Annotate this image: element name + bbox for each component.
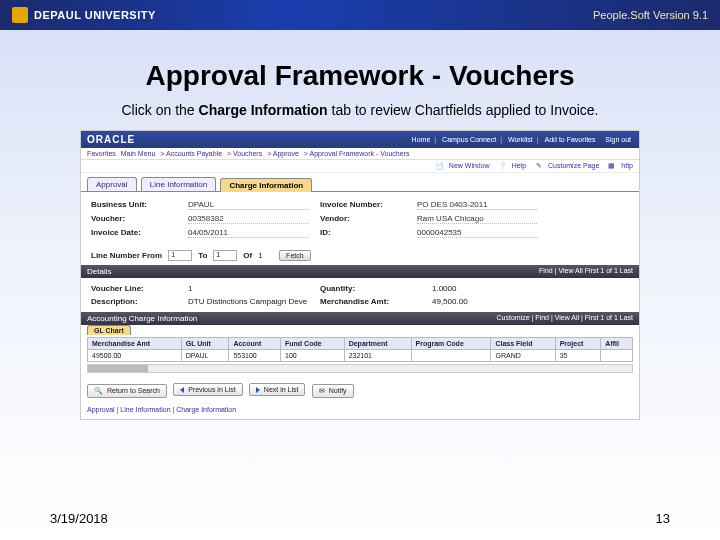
peoplesoft-screenshot: ORACLE Home| Campus Connect| Worklist| A… — [80, 130, 640, 420]
crumb-main[interactable]: Main Menu — [121, 150, 156, 157]
col-merch[interactable]: Merchandise Amt — [88, 338, 182, 350]
col-class[interactable]: Class Field — [491, 338, 555, 350]
crumb-approve[interactable]: Approve — [273, 150, 299, 157]
bu-label: Business Unit: — [91, 200, 176, 210]
next-in-list-button[interactable]: Next in List — [249, 383, 306, 396]
arrow-left-icon — [180, 387, 184, 393]
crumb-fav[interactable]: Favorites — [87, 150, 116, 157]
details-bar: Details Find | View All First 1 of 1 Las… — [81, 265, 639, 278]
invdate-value: 04/05/2011 — [188, 228, 308, 238]
line-number-row: Line Number From 1 To 1 Of 1 Fetch — [81, 246, 639, 265]
invdate-label: Invoice Date: — [91, 228, 176, 238]
desc-value: DTU Distinctions Campaign Deve — [188, 297, 308, 306]
help-icon: ❔ — [498, 162, 506, 170]
instruction-pre: Click on the — [122, 102, 199, 118]
tab-charge-information[interactable]: Charge Information — [220, 178, 312, 192]
link-signout[interactable]: Sign out — [605, 136, 631, 143]
vendor-label: Vendor: — [320, 214, 405, 224]
instruction-post: tab to review Chartfields applied to Inv… — [328, 102, 599, 118]
next-label: Next in List — [264, 386, 299, 393]
desc-label: Description: — [91, 297, 176, 306]
tabrow: Approval Line Information Charge Informa… — [81, 173, 639, 192]
fetch-button[interactable]: Fetch — [279, 250, 311, 261]
return-to-search-button[interactable]: 🔍Return to Search — [87, 384, 167, 398]
col-affil[interactable]: Affil — [601, 338, 633, 350]
previous-in-list-button[interactable]: Previous in List — [173, 383, 242, 396]
id-label: ID: — [320, 228, 405, 238]
qty-label: Quantity: — [320, 284, 420, 293]
slide-instruction: Click on the Charge Information tab to r… — [0, 102, 720, 118]
cell-account: 553100 — [229, 350, 281, 362]
vline-label: Voucher Line: — [91, 284, 176, 293]
oracle-logo: ORACLE — [87, 134, 135, 145]
mamt-label: Merchandise Amt: — [320, 297, 420, 306]
cell-class: GRAND — [491, 350, 555, 362]
lineto-input[interactable]: 1 — [213, 250, 237, 261]
invoice-label: Invoice Number: — [320, 200, 405, 210]
linefrom-label: Line Number From — [91, 251, 162, 260]
slide-footer: 3/19/2018 13 — [0, 511, 720, 526]
link-newwindow[interactable]: New Window — [449, 162, 490, 169]
version-label: People.Soft Version 9.1 — [593, 9, 708, 21]
footer-date: 3/19/2018 — [50, 511, 108, 526]
university-logo: DEPAUL UNIVERSITY — [12, 7, 156, 23]
link-customize[interactable]: Customize Page — [548, 162, 599, 169]
link-fav[interactable]: Add to Favorites — [545, 136, 596, 143]
oracle-toplinks: Home| Campus Connect| Worklist| Add to F… — [410, 136, 633, 143]
col-fund[interactable]: Fund Code — [281, 338, 345, 350]
link-campus[interactable]: Campus Connect — [442, 136, 496, 143]
header-fields: Business Unit: DPAUL Invoice Number: PO … — [81, 192, 639, 246]
details-nav[interactable]: Find | View All First 1 of 1 Last — [539, 267, 633, 276]
acct-bar: Accounting Charge Information Customize … — [81, 312, 639, 325]
instruction-bold: Charge Information — [199, 102, 328, 118]
to-label: To — [198, 251, 207, 260]
acct-nav[interactable]: Customize | Find | View All | First 1 of… — [497, 314, 633, 323]
newwindow-icon: 📄 — [435, 162, 443, 170]
footer-page: 13 — [656, 511, 670, 526]
cell-affil — [601, 350, 633, 362]
oracle-topbar: ORACLE Home| Campus Connect| Worklist| A… — [81, 131, 639, 148]
chartfield-table: Merchandise Amt GL Unit Account Fund Cod… — [87, 337, 633, 362]
prev-label: Previous in List — [188, 386, 235, 393]
link-home[interactable]: Home — [412, 136, 431, 143]
col-program[interactable]: Program Code — [411, 338, 491, 350]
id-value: 0000042535 — [417, 228, 537, 238]
col-account[interactable]: Account — [229, 338, 281, 350]
linefrom-input[interactable]: 1 — [168, 250, 192, 261]
col-dept[interactable]: Department — [344, 338, 411, 350]
crumb-ap[interactable]: Accounts Payable — [166, 150, 222, 157]
col-glunit[interactable]: GL Unit — [181, 338, 229, 350]
slide-title: Approval Framework - Vouchers — [0, 60, 720, 92]
notify-label: Notify — [329, 387, 347, 394]
col-project[interactable]: Project — [555, 338, 601, 350]
return-label: Return to Search — [107, 387, 160, 394]
cell-project: 35 — [555, 350, 601, 362]
link-http[interactable]: http — [621, 162, 633, 169]
customize-icon: ✎ — [534, 162, 542, 170]
button-row: 🔍Return to Search Previous in List Next … — [81, 375, 639, 406]
details-grid: Voucher Line: 1 Quantity: 1.0000 Descrip… — [81, 278, 639, 312]
helpbar: 📄New Window ❔Help ✎Customize Page ▦http — [81, 160, 639, 173]
voucher-label: Voucher: — [91, 214, 176, 224]
subtab-row: GL Chart — [81, 325, 639, 335]
subtab-glchart[interactable]: GL Chart — [87, 325, 131, 335]
acct-title: Accounting Charge Information — [87, 314, 197, 323]
table-row: 49500.00 DPAUL 553100 100 232101 GRAND 3… — [88, 350, 633, 362]
of-value: 1 — [258, 251, 262, 260]
horizontal-scrollbar[interactable] — [87, 364, 633, 373]
link-worklist[interactable]: Worklist — [508, 136, 533, 143]
bottom-links[interactable]: Approval | Line Information | Charge Inf… — [81, 406, 639, 419]
details-title: Details — [87, 267, 111, 276]
invoice-value: PO DES 0403-2011 — [417, 200, 537, 210]
link-help[interactable]: Help — [512, 162, 526, 169]
cell-program — [411, 350, 491, 362]
qty-value: 1.0000 — [432, 284, 532, 293]
notify-button[interactable]: ✉Notify — [312, 384, 354, 398]
shield-icon — [12, 7, 28, 23]
slide-header: DEPAUL UNIVERSITY People.Soft Version 9.… — [0, 0, 720, 30]
tab-approval[interactable]: Approval — [87, 177, 137, 191]
tab-line-information[interactable]: Line Information — [141, 177, 216, 191]
crumb-vouchers[interactable]: Vouchers — [233, 150, 262, 157]
crumb-afv[interactable]: Approval Framework - Vouchers — [309, 150, 409, 157]
mamt-value: 49,500.00 — [432, 297, 532, 306]
